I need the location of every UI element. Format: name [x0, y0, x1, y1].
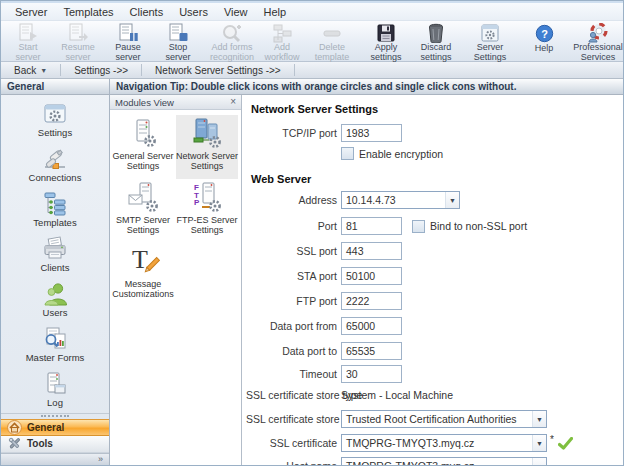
- chevron-down-icon: ▼: [532, 435, 546, 451]
- resume-server-button[interactable]: Resume server: [53, 21, 103, 61]
- pause-server-label: Pause server: [107, 43, 149, 63]
- start-server-label: Start server: [7, 43, 49, 63]
- sidebar-item-label: Templates: [33, 217, 76, 228]
- module-message-customizations[interactable]: T Message Customizations: [112, 243, 174, 307]
- ftp-es-server-settings-icon: FTP: [190, 179, 224, 215]
- ssl-certificate-value: TMQPRG-TMYQT3.myq.cz: [346, 437, 474, 449]
- chevron-down-icon: ▼: [445, 192, 459, 208]
- sidebar-category-tools[interactable]: Tools: [1, 436, 109, 452]
- apply-settings-button[interactable]: Apply settings: [361, 21, 411, 61]
- data-port-from-input[interactable]: 65000: [341, 317, 402, 335]
- ssl-port-input[interactable]: 443: [341, 242, 402, 260]
- sidebar-item-connections[interactable]: Connections: [9, 143, 101, 188]
- add-workflow-label: Add workflow: [261, 43, 303, 63]
- sidebar-category-label: General: [27, 422, 64, 433]
- port-input[interactable]: 81: [341, 217, 402, 235]
- menu-view[interactable]: View: [216, 6, 256, 18]
- menu-server[interactable]: Server: [7, 6, 55, 18]
- data-port-to-label: Data port to: [246, 345, 337, 357]
- server-settings-button[interactable]: Server Settings: [465, 21, 515, 61]
- module-label: Message Customizations: [112, 279, 174, 299]
- enable-encryption-checkbox[interactable]: [341, 147, 354, 160]
- sidebar-category-general[interactable]: General: [1, 419, 109, 436]
- module-smtp-server-settings[interactable]: SMTP Server Settings: [112, 179, 174, 243]
- menu-clients[interactable]: Clients: [122, 6, 172, 18]
- sidebar-item-clients[interactable]: Clients: [9, 233, 101, 278]
- user-icon: [42, 278, 68, 307]
- ssl-certificate-label: SSL certificate: [246, 437, 337, 449]
- nav-settings-label: Settings ->>: [74, 65, 128, 76]
- stop-server-button[interactable]: Stop server: [153, 21, 203, 61]
- start-server-icon: [18, 23, 39, 43]
- back-button[interactable]: Back ▼: [1, 62, 60, 78]
- add-workflow-button[interactable]: Add workflow: [257, 21, 307, 61]
- sta-port-input[interactable]: 50100: [341, 267, 402, 285]
- ssl-certificate-select[interactable]: TMQPRG-TMYQT3.myq.cz ▼: [341, 434, 547, 452]
- delete-template-button[interactable]: Delete template: [307, 21, 357, 61]
- professional-services-button[interactable]: Professional Services: [573, 21, 623, 61]
- sidebar-overflow-bar[interactable]: »: [1, 453, 109, 465]
- host-name-select[interactable]: TMQPRG-TMYQT3.myq.cz ▼: [341, 457, 547, 465]
- pause-server-button[interactable]: Pause server: [103, 21, 153, 61]
- sidebar-item-log[interactable]: Log: [9, 368, 101, 413]
- close-icon[interactable]: ×: [230, 97, 236, 107]
- module-label: Network Server Settings: [176, 151, 238, 171]
- sidebar-header: General: [1, 79, 109, 95]
- menu-help[interactable]: Help: [256, 6, 295, 18]
- pause-server-icon: [118, 23, 139, 43]
- nav-settings-button[interactable]: Settings ->>: [61, 62, 141, 78]
- nav-separator: [294, 64, 295, 76]
- module-label: FTP-ES Server Settings: [176, 215, 238, 235]
- address-select[interactable]: 10.14.4.73 ▼: [341, 191, 460, 209]
- toolbar: Start server Resume server Pause server …: [1, 21, 623, 62]
- navigation-bar: Back ▼ Settings ->> Network Server Setti…: [1, 62, 623, 79]
- menu-users[interactable]: Users: [171, 6, 216, 18]
- start-server-button[interactable]: Start server: [3, 21, 53, 61]
- add-forms-recognition-label: Add forms recognition: [210, 43, 254, 63]
- sidebar-item-settings[interactable]: Settings: [9, 98, 101, 143]
- life-ring-person-icon: [587, 23, 609, 43]
- chevron-down-icon: ▼: [532, 458, 546, 465]
- module-ftp-es-server-settings[interactable]: FTP FTP-ES Server Settings: [176, 179, 238, 243]
- nav-network-server-settings-button[interactable]: Network Server Settings ->>: [142, 62, 294, 78]
- discard-settings-button[interactable]: Discard settings: [411, 21, 461, 61]
- gear-window-icon: [480, 23, 500, 43]
- add-forms-recognition-icon: [221, 23, 243, 43]
- settings-form: Network Server Settings TCP/IP port 1983…: [242, 95, 623, 465]
- sidebar-items: Settings Connections Templates Clients: [1, 95, 109, 413]
- bind-non-ssl-checkbox[interactable]: [412, 220, 425, 233]
- data-port-to-input[interactable]: 65535: [341, 342, 402, 360]
- sidebar-item-users[interactable]: Users: [9, 278, 101, 323]
- nav-network-server-settings-label: Network Server Settings ->>: [155, 65, 281, 76]
- stop-server-label: Stop server: [157, 43, 199, 63]
- app-window: Server Templates Clients Users View Help…: [0, 0, 624, 466]
- address-value: 10.14.4.73: [346, 194, 396, 206]
- sidebar-item-master-forms[interactable]: Master Forms: [9, 323, 101, 368]
- stop-server-icon: [168, 23, 189, 43]
- ssl-cert-store-label: SSL certificate store: [246, 413, 337, 425]
- valid-check-icon: [558, 437, 573, 450]
- sidebar-item-label: Connections: [29, 172, 82, 183]
- resume-server-label: Resume server: [57, 43, 99, 63]
- module-network-server-settings[interactable]: Network Server Settings: [176, 115, 238, 179]
- sidebar-category-label: Tools: [27, 438, 53, 449]
- module-general-server-settings[interactable]: General Server Settings: [112, 115, 174, 179]
- timeout-input[interactable]: 30: [341, 365, 402, 383]
- tcpip-port-input[interactable]: 1983: [341, 124, 402, 142]
- templates-icon: [42, 188, 68, 217]
- enable-encryption-label: Enable encryption: [359, 148, 443, 160]
- ftp-port-label: FTP port: [246, 295, 337, 307]
- modules-grid: General Server Settings Network Server S…: [110, 110, 241, 307]
- ssl-cert-store-select[interactable]: Trusted Root Certification Authorities ▼: [341, 410, 547, 428]
- apply-settings-label: Apply settings: [365, 43, 407, 63]
- tcpip-port-label: TCP/IP port: [246, 127, 337, 139]
- ssl-cert-store-type-value: System - Local Machine: [341, 389, 453, 401]
- sidebar-item-templates[interactable]: Templates: [9, 188, 101, 233]
- ftp-port-input[interactable]: 2222: [341, 292, 402, 310]
- add-forms-recognition-button[interactable]: Add forms recognition: [207, 21, 257, 61]
- help-button[interactable]: ? Help: [519, 21, 569, 61]
- menu-templates[interactable]: Templates: [55, 6, 121, 18]
- connections-icon: [42, 143, 68, 172]
- module-label: SMTP Server Settings: [112, 215, 174, 235]
- resume-server-icon: [68, 23, 89, 43]
